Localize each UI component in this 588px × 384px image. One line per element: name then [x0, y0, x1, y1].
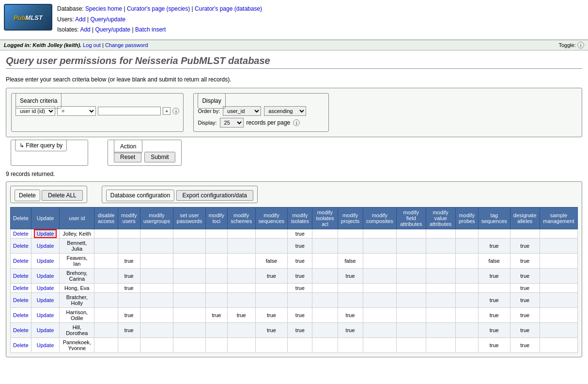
submit-button[interactable]: Submit	[144, 152, 175, 162]
col-modify-projects: modify projects	[338, 207, 363, 229]
species-home-link[interactable]: Species home	[85, 5, 122, 12]
criteria-info-icon[interactable]: i	[172, 108, 179, 114]
logged-in-bar: Logged in: Keith Jolley (keith). Log out…	[0, 40, 588, 50]
cell-modify_loci	[205, 283, 227, 292]
cell-modify_isolates_acl	[312, 229, 338, 238]
cell-update: Update	[31, 322, 59, 337]
delete-link[interactable]: Delete	[13, 312, 29, 318]
cell-modify_probes	[455, 238, 478, 253]
cell-modify_loci	[205, 292, 227, 307]
delete-link[interactable]: Delete	[13, 285, 29, 291]
cell-modify_composites	[363, 307, 396, 322]
cell-modify_sequences	[255, 229, 288, 238]
update-highlighted-link[interactable]: Update	[34, 229, 57, 238]
cell-modify_loci	[205, 229, 227, 238]
delete-link[interactable]: Delete	[13, 297, 29, 303]
cell-modify_isolates: true	[288, 283, 312, 292]
cell-disable_access	[94, 307, 118, 322]
col-modify-isolates: modify isolates	[288, 207, 312, 229]
delete-link[interactable]: Delete	[13, 342, 29, 348]
update-link[interactable]: Update	[37, 273, 54, 279]
info-text: Please enter your search criteria below …	[6, 76, 582, 83]
cell-disable_access	[94, 268, 118, 283]
filter-legend: ↳ Filter query by	[15, 140, 67, 151]
cell-modify_schemes	[227, 268, 255, 283]
delete-all-button[interactable]: Delete ALL	[42, 190, 83, 201]
cell-modify_isolates: true	[288, 229, 312, 238]
cell-designate_alleles: true	[510, 322, 540, 337]
reset-button[interactable]: Reset	[114, 152, 141, 162]
update-link[interactable]: Update	[37, 297, 54, 303]
cell-set_user_passwords	[173, 337, 206, 352]
cell-delete: Delete	[11, 238, 31, 253]
col-designate-alleles: designate alleles	[510, 207, 540, 229]
cell-modify_projects	[338, 292, 363, 307]
cell-modify_usergroups	[140, 337, 173, 352]
search-box: Search criteria user id (id) surname fir…	[6, 88, 582, 137]
cell-set_user_passwords	[173, 253, 206, 268]
update-link[interactable]: Update	[37, 327, 54, 333]
cell-modify_field_attributes	[396, 268, 426, 283]
delete-link[interactable]: Delete	[13, 273, 29, 279]
cell-modify_loci: true	[205, 307, 227, 322]
change-password-link[interactable]: Change password	[105, 42, 148, 48]
cell-modify_isolates_acl	[312, 292, 338, 307]
curators-species-link[interactable]: Curator's page (species)	[127, 5, 190, 12]
cell-designate_alleles: true	[510, 292, 540, 307]
cell-update: Update	[31, 292, 59, 307]
order-by-select[interactable]: user_id surname first name email	[223, 106, 261, 116]
update-link[interactable]: Update	[37, 285, 54, 291]
value-input[interactable]	[98, 107, 161, 115]
delete-link[interactable]: Delete	[13, 243, 29, 249]
delete-link[interactable]: Delete	[13, 327, 29, 333]
cell-modify_projects: true	[338, 307, 363, 322]
cell-modify_value_attributes	[426, 292, 455, 307]
permissions-table: Delete Update user id disable access mod…	[10, 207, 578, 353]
update-link[interactable]: Update	[37, 243, 54, 249]
export-button[interactable]: Export configuration/data	[176, 190, 253, 201]
display-info-icon[interactable]: i	[293, 119, 300, 126]
order-by-label: Order by:	[198, 108, 220, 114]
logo-text: PubMLST	[14, 12, 43, 22]
cell-modify_usergroups	[140, 229, 173, 238]
cell-modify_probes	[455, 229, 478, 238]
cell-modify_projects	[338, 238, 363, 253]
table-row: DeleteUpdateHill, Dorotheatruetruetruetr…	[11, 322, 578, 337]
cell-modify_users	[118, 337, 140, 352]
col-modify-value-attributes: modify value attributes	[426, 207, 455, 229]
delete-link[interactable]: Delete	[13, 258, 29, 264]
records-per-page-select[interactable]: 25 50 100 200	[220, 118, 244, 128]
cell-modify_schemes	[227, 238, 255, 253]
col-modify-users: modify users	[118, 207, 140, 229]
cell-modify_field_attributes	[396, 322, 426, 337]
sort-select[interactable]: ascending descending	[264, 106, 306, 116]
isolates-batch-link[interactable]: Batch insert	[135, 26, 166, 33]
isolates-query-link[interactable]: Query/update	[95, 26, 131, 33]
update-link[interactable]: Update	[37, 258, 54, 264]
update-link[interactable]: Update	[37, 342, 54, 348]
users-add-link[interactable]: Add	[75, 16, 85, 23]
add-criteria-button[interactable]: +	[163, 107, 170, 115]
cell-user_id: Brehony, Carina	[60, 268, 94, 283]
isolates-add-link[interactable]: Add	[80, 26, 90, 33]
cell-modify_composites	[363, 253, 396, 268]
toggle-label: Toggle:	[558, 42, 575, 48]
cell-disable_access	[94, 322, 118, 337]
toggle-info-icon[interactable]: i	[577, 42, 584, 48]
cell-modify_schemes	[227, 253, 255, 268]
curators-database-link[interactable]: Curator's page (database)	[195, 5, 262, 12]
filter-section: ↳ Filter query by	[11, 140, 88, 166]
cell-tag_sequences: true	[478, 322, 510, 337]
cell-modify_users: true	[118, 322, 140, 337]
toggle-area: Toggle: i	[558, 42, 584, 48]
col-modify-composites: modify composites	[363, 207, 396, 229]
operator-select[interactable]: = contains starts with ends with > < not	[57, 106, 96, 116]
delete-legend: Delete	[15, 190, 40, 201]
cell-modify_composites	[363, 229, 396, 238]
users-query-link[interactable]: Query/update	[91, 16, 126, 23]
update-link[interactable]: Update	[37, 312, 54, 318]
cell-modify_composites	[363, 283, 396, 292]
delete-link[interactable]: Delete	[13, 231, 29, 237]
cell-set_user_passwords	[173, 283, 206, 292]
logout-link[interactable]: Log out	[83, 42, 101, 48]
